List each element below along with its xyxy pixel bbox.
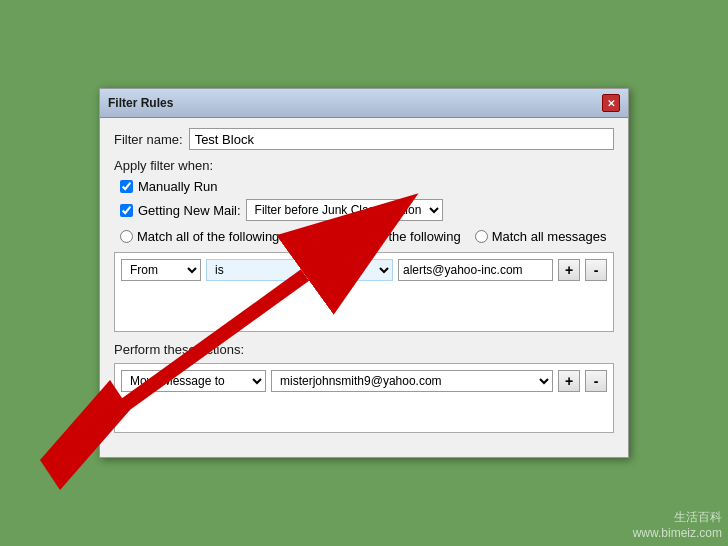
filter-name-row: Filter name:	[114, 128, 614, 150]
filter-name-label: Filter name:	[114, 132, 183, 147]
watermark-line1: 生活百科	[633, 509, 722, 526]
match-options-row: Match all of the following Match any of …	[120, 229, 614, 244]
condition-add-button[interactable]: +	[558, 259, 580, 281]
conditions-box: From is + -	[114, 252, 614, 332]
close-button[interactable]: ✕	[602, 94, 620, 112]
condition-remove-button[interactable]: -	[585, 259, 607, 281]
filter-name-input[interactable]	[189, 128, 614, 150]
action-type-select[interactable]: Move Message to	[121, 370, 266, 392]
action-value-select[interactable]: misterjohnsmith9@yahoo.com	[271, 370, 553, 392]
watermark-line2: www.bimeiz.com	[633, 526, 722, 540]
manually-run-row: Manually Run	[114, 179, 614, 194]
actions-box: Move Message to misterjohnsmith9@yahoo.c…	[114, 363, 614, 433]
match-all-label: Match all of the following	[137, 229, 279, 244]
dialog-body: Filter name: Apply filter when: Manually…	[100, 118, 628, 457]
match-messages-radio[interactable]	[475, 230, 488, 243]
getting-new-mail-checkbox[interactable]	[120, 204, 133, 217]
match-messages-option[interactable]: Match all messages	[475, 229, 607, 244]
junk-classification-dropdown[interactable]: Filter before Junk Classification Filter…	[246, 199, 443, 221]
match-any-label: Match any of the following	[310, 229, 460, 244]
apply-when-label: Apply filter when:	[114, 158, 614, 173]
watermark: 生活百科 www.bimeiz.com	[633, 509, 722, 540]
condition-value-input[interactable]	[398, 259, 553, 281]
getting-new-mail-row: Getting New Mail: Filter before Junk Cla…	[114, 199, 614, 221]
action-remove-button[interactable]: -	[585, 370, 607, 392]
dialog-titlebar: Filter Rules ✕	[100, 89, 628, 118]
condition-operator-select[interactable]: is	[206, 259, 393, 281]
getting-new-mail-label: Getting New Mail:	[138, 203, 241, 218]
condition-field-select[interactable]: From	[121, 259, 201, 281]
condition-row: From is + -	[121, 259, 607, 281]
match-any-radio[interactable]	[293, 230, 306, 243]
manually-run-checkbox[interactable]	[120, 180, 133, 193]
perform-actions-label: Perform these actions:	[114, 342, 614, 357]
dialog-title: Filter Rules	[108, 96, 173, 110]
manually-run-label: Manually Run	[138, 179, 218, 194]
match-all-radio[interactable]	[120, 230, 133, 243]
match-messages-label: Match all messages	[492, 229, 607, 244]
match-all-option[interactable]: Match all of the following	[120, 229, 279, 244]
filter-rules-dialog: Filter Rules ✕ Filter name: Apply filter…	[99, 88, 629, 458]
action-row: Move Message to misterjohnsmith9@yahoo.c…	[121, 370, 607, 392]
match-any-option[interactable]: Match any of the following	[293, 229, 460, 244]
action-add-button[interactable]: +	[558, 370, 580, 392]
